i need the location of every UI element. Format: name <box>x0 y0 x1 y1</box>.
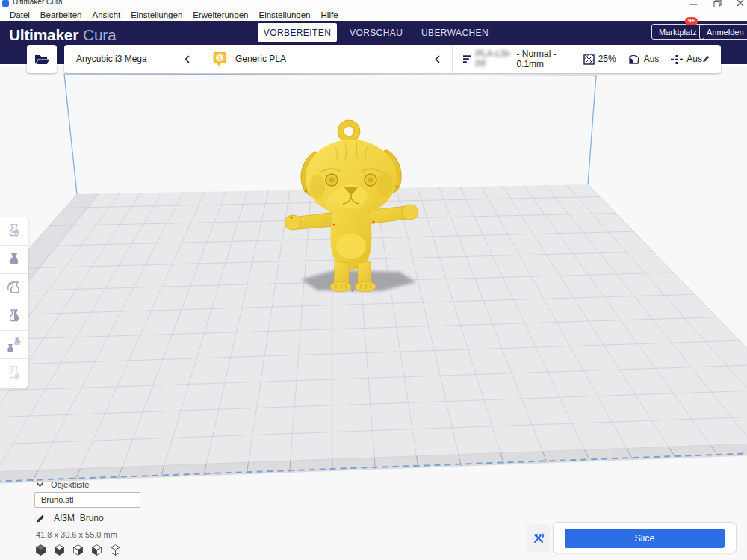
tool-per-model-settings[interactable] <box>0 331 28 359</box>
overhang-marks <box>291 186 398 292</box>
tools-icon <box>533 532 545 544</box>
material-name: Generic PLA <box>235 54 286 64</box>
chevron-left-icon <box>183 54 193 65</box>
open-file-button[interactable] <box>27 45 57 73</box>
right-arm <box>367 206 415 224</box>
tool-move[interactable] <box>0 217 28 246</box>
viewport-background <box>0 66 747 560</box>
action-panel: Slice <box>553 522 737 553</box>
menu-bearbeiten[interactable]: Bearbeiten <box>35 10 87 19</box>
edit-pencil-icon <box>36 514 46 523</box>
profile-name-blurred: PLA-LSt-FF <box>476 49 513 69</box>
nose <box>345 187 357 194</box>
tab-vorschau[interactable]: VORSCHAU <box>350 28 403 38</box>
right-leg <box>358 261 371 287</box>
infill-icon <box>583 54 595 65</box>
left-ear <box>301 152 322 195</box>
right-eye <box>365 174 376 186</box>
support-icon <box>628 54 640 65</box>
window-title: Ultimaker Cura <box>13 0 63 6</box>
titlebar: Ultimaker Cura <box>0 0 747 9</box>
chevron-left-icon <box>433 54 443 65</box>
cura-window: Ultimaker Cura Datei Bearbeiten Ansicht … <box>0 0 747 560</box>
tab-ueberwachen[interactable]: ÜBERWACHEN <box>421 28 489 38</box>
menu-hilfe[interactable]: Hilfe <box>316 10 344 19</box>
view-orientation-row <box>34 544 122 556</box>
left-foot <box>330 281 351 292</box>
keychain-ring <box>341 123 357 140</box>
cura-app-icon <box>2 0 9 7</box>
menu-erweiterungen[interactable]: Erweiterungen <box>187 10 253 19</box>
move-icon <box>5 223 23 240</box>
mirror-icon <box>5 308 23 326</box>
svg-text:1: 1 <box>218 55 221 60</box>
left-arm <box>288 212 335 229</box>
printer-selector[interactable]: Anycubic i3 Mega <box>64 45 202 73</box>
build-plate-grid <box>0 184 747 490</box>
support-value: Aus <box>644 54 660 64</box>
view-left-icon[interactable] <box>90 544 103 556</box>
build-volume-edges <box>64 74 596 194</box>
left-eye <box>326 174 338 186</box>
view-top-icon[interactable] <box>72 544 84 556</box>
view-right-icon[interactable] <box>109 544 122 556</box>
tab-vorbereiten[interactable]: VORBEREITEN <box>258 23 337 42</box>
settings-toolbox-button[interactable] <box>527 524 550 552</box>
object-list-toggle[interactable]: Objektliste <box>36 480 89 489</box>
tool-rail <box>0 217 28 388</box>
minimize-button[interactable] <box>687 0 701 9</box>
model-puppy[interactable] <box>285 120 418 292</box>
muzzle <box>335 184 367 208</box>
per-model-settings-icon <box>5 336 23 354</box>
configuration-bar: Anycubic i3 Mega 1 Generic PLA PLA-LSt-F… <box>64 45 721 73</box>
signin-button[interactable]: Anmelden <box>699 24 747 40</box>
support-blocker-icon <box>5 364 23 382</box>
print-settings-selector[interactable]: PLA-LSt-FF - Normal - 0.1mm 25% Aus Aus <box>452 45 721 73</box>
right-ear <box>382 150 401 193</box>
infill-value: 25% <box>598 54 616 64</box>
restore-button[interactable] <box>711 0 725 9</box>
edit-pencil-icon[interactable] <box>702 54 710 64</box>
tool-scale[interactable] <box>0 246 28 274</box>
folder-open-icon <box>34 53 50 66</box>
slice-button[interactable]: Slice <box>565 529 725 548</box>
profile-summary: - Normal - 0.1mm <box>516 49 571 69</box>
build-plate <box>0 184 747 490</box>
model-name-row[interactable]: AI3M_Bruno <box>36 513 104 523</box>
adhesion-value: Aus <box>686 54 702 64</box>
view-3d-icon[interactable] <box>34 544 47 556</box>
head <box>306 140 397 216</box>
close-button[interactable] <box>734 0 747 9</box>
chevron-down-icon <box>36 482 44 488</box>
object-list-title: Objektliste <box>51 480 89 489</box>
printer-name: Anycubic i3 Mega <box>76 54 147 64</box>
adhesion-icon <box>671 54 683 65</box>
model-dimensions: 41.8 x 30.6 x 55.0 mm <box>36 530 117 539</box>
body <box>330 206 371 270</box>
rotate-icon <box>5 279 23 297</box>
object-list-item[interactable]: Bruno.stl <box>34 492 140 508</box>
material-selector[interactable]: 1 Generic PLA <box>202 45 452 73</box>
tool-rotate[interactable] <box>0 274 28 302</box>
profile-layers-icon <box>463 54 472 64</box>
view-front-icon[interactable] <box>53 544 66 556</box>
left-leg <box>334 261 349 287</box>
menu-einstellungen-2[interactable]: Einstellungen <box>253 10 315 19</box>
marketplace-badge: 9+ <box>685 17 698 25</box>
tool-mirror[interactable] <box>0 302 28 331</box>
model-name: AI3M_Bruno <box>54 513 104 523</box>
menubar: Datei Bearbeiten Ansicht Einstellungen E… <box>0 9 747 21</box>
cura-logo: UltimakerCura <box>9 26 116 44</box>
model-shadow <box>301 270 416 291</box>
menu-ansicht[interactable]: Ansicht <box>87 10 126 19</box>
viewport-3d[interactable] <box>0 66 747 560</box>
marketplace-button[interactable]: Marktplatz <box>651 24 704 40</box>
scale-icon <box>5 251 23 269</box>
tool-support-blocker[interactable] <box>0 359 28 388</box>
material-icon: 1 <box>213 52 226 67</box>
right-foot <box>355 281 376 292</box>
menu-einstellungen[interactable]: Einstellungen <box>125 10 187 19</box>
menu-datei[interactable]: Datei <box>4 10 35 19</box>
